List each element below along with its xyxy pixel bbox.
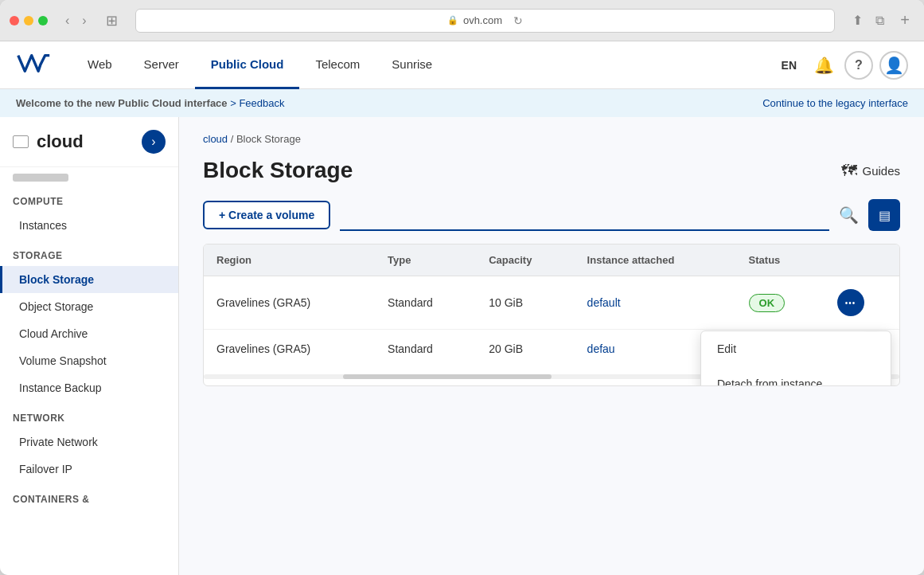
nav-public-cloud[interactable]: Public Cloud xyxy=(195,41,300,89)
language-selector[interactable]: EN xyxy=(775,59,803,72)
nav-right: EN 🔔 ? 👤 xyxy=(775,51,908,80)
page-title: Block Storage xyxy=(203,158,353,183)
status-badge-1: OK xyxy=(749,294,786,312)
breadcrumb-current: Block Storage xyxy=(236,133,301,145)
scroll-thumb xyxy=(343,374,552,379)
url-text: ovh.com xyxy=(463,14,502,26)
logo[interactable] xyxy=(16,49,56,80)
search-input[interactable] xyxy=(340,199,829,231)
instance-link-2[interactable]: defau xyxy=(587,342,615,355)
maximize-button[interactable] xyxy=(38,16,48,25)
cell-capacity-2: 20 GiB xyxy=(476,330,574,369)
col-actions xyxy=(825,244,899,276)
sidebar-item-instance-backup[interactable]: Instance Backup xyxy=(0,374,178,401)
sidebar-project-bar xyxy=(13,174,68,182)
nav-telecom[interactable]: Telecom xyxy=(299,41,376,89)
new-tab-button[interactable]: + xyxy=(895,8,914,33)
action-menu-button-1[interactable]: ••• xyxy=(837,289,864,316)
col-capacity: Capacity xyxy=(476,244,574,276)
filter-icon: ▤ xyxy=(879,208,891,223)
cell-instance-1: default xyxy=(575,276,736,330)
col-instance: Instance attached xyxy=(575,244,736,276)
banner-left: Welcome to the new Public Cloud interfac… xyxy=(16,97,285,109)
browser-toolbar-icons: ⬆ ⧉ xyxy=(848,10,889,31)
context-menu: Edit Detach from instance Create a snaps… xyxy=(700,331,891,386)
address-bar[interactable]: 🔒 ovh.com ↻ xyxy=(135,9,836,33)
cell-region-2: Gravelines (GRA5) xyxy=(204,330,375,369)
close-button[interactable] xyxy=(10,16,19,25)
banner-title: Welcome to the new Public Cloud interfac… xyxy=(16,97,228,109)
table-row: Gravelines (GRA5) Standard 10 GiB defaul… xyxy=(204,276,899,330)
traffic-lights xyxy=(10,16,48,25)
sidebar-item-block-storage[interactable]: Block Storage xyxy=(0,266,178,293)
col-type: Type xyxy=(375,244,476,276)
guides-button[interactable]: 🗺 Guides xyxy=(841,162,900,180)
context-item-edit[interactable]: Edit xyxy=(701,331,891,366)
create-volume-button[interactable]: + Create a volume xyxy=(203,201,330,229)
breadcrumb-separator: / xyxy=(231,133,236,145)
col-status: Status xyxy=(736,244,825,276)
sidebar-icon xyxy=(13,135,29,148)
table-header: Region Type Capacity Instance attached S… xyxy=(204,244,899,276)
breadcrumb-cloud[interactable]: cloud xyxy=(203,133,228,145)
nav-web[interactable]: Web xyxy=(72,41,128,89)
col-region: Region xyxy=(204,244,375,276)
sidebar-section-storage: Storage xyxy=(0,239,178,266)
toolbar-row: + Create a volume 🔍 ▤ xyxy=(203,199,900,231)
help-button[interactable]: ? xyxy=(844,51,873,80)
cell-capacity-1: 10 GiB xyxy=(476,276,574,330)
sidebar-toggle-button[interactable]: ⊞ xyxy=(101,9,123,33)
table-wrapper: Region Type Capacity Instance attached S… xyxy=(203,244,900,386)
sidebar-cloud-label: cloud xyxy=(37,131,84,152)
cell-actions-1: ••• xyxy=(825,276,899,330)
cell-region-1: Gravelines (GRA5) xyxy=(204,276,375,330)
context-menu-arrow xyxy=(865,331,878,331)
cell-status-1: OK xyxy=(736,276,825,330)
page-title-row: Block Storage 🗺 Guides xyxy=(203,158,900,183)
sidebar-item-object-storage[interactable]: Object Storage xyxy=(0,293,178,320)
sidebar-item-volume-snapshot[interactable]: Volume Snapshot xyxy=(0,347,178,374)
browser-titlebar: ‹ › ⊞ 🔒 ovh.com ↻ ⬆ ⧉ + xyxy=(0,0,924,41)
sidebar-item-cloud-archive[interactable]: Cloud Archive xyxy=(0,320,178,347)
main-nav: Web Server Public Cloud Telecom Sunrise … xyxy=(0,41,924,89)
back-button[interactable]: ‹ xyxy=(60,10,74,31)
sidebar-section-compute: Compute xyxy=(0,185,178,212)
sidebar-header: cloud › xyxy=(0,117,178,167)
nav-items: Web Server Public Cloud Telecom Sunrise xyxy=(72,41,775,89)
share-button[interactable]: ⬆ xyxy=(848,10,867,31)
cell-type-2: Standard xyxy=(375,330,476,369)
minimize-button[interactable] xyxy=(24,16,33,25)
nav-server[interactable]: Server xyxy=(128,41,195,89)
sidebar-item-instances[interactable]: Instances xyxy=(0,212,178,239)
instance-link-1[interactable]: default xyxy=(587,296,621,309)
sidebar-section-containers: Containers & xyxy=(0,483,178,510)
content-area: cloud › Compute Instances Storage Block … xyxy=(0,117,924,575)
breadcrumb: cloud / Block Storage xyxy=(203,133,900,145)
ellipsis-icon: ••• xyxy=(845,299,856,307)
forward-button[interactable]: › xyxy=(77,10,91,31)
pip-button[interactable]: ⧉ xyxy=(871,10,889,31)
lock-icon: 🔒 xyxy=(447,15,458,25)
sidebar-item-private-network[interactable]: Private Network xyxy=(0,428,178,456)
sidebar-section-network: Network xyxy=(0,401,178,428)
sidebar-expand-button[interactable]: › xyxy=(142,130,166,154)
banner: Welcome to the new Public Cloud interfac… xyxy=(0,89,924,117)
main-content: cloud / Block Storage Block Storage 🗺 Gu… xyxy=(179,117,924,575)
nav-buttons: ‹ › xyxy=(60,10,92,31)
filter-button[interactable]: ▤ xyxy=(868,199,900,231)
legacy-link[interactable]: Continue to the legacy interface xyxy=(762,97,908,109)
nav-sunrise[interactable]: Sunrise xyxy=(376,41,448,89)
reload-button[interactable]: ↻ xyxy=(513,14,523,27)
cell-type-1: Standard xyxy=(375,276,476,330)
search-icon: 🔍 xyxy=(839,206,859,224)
sidebar: cloud › Compute Instances Storage Block … xyxy=(0,117,179,575)
notifications-button[interactable]: 🔔 xyxy=(809,51,838,80)
guides-icon: 🗺 xyxy=(841,162,857,180)
sidebar-item-failover-ip[interactable]: Failover IP xyxy=(0,456,178,483)
search-button[interactable]: 🔍 xyxy=(839,205,859,225)
feedback-link[interactable]: > Feedback xyxy=(230,97,284,109)
guides-label: Guides xyxy=(862,164,900,178)
context-item-detach[interactable]: Detach from instance xyxy=(701,366,891,386)
user-menu-button[interactable]: 👤 xyxy=(879,51,908,80)
